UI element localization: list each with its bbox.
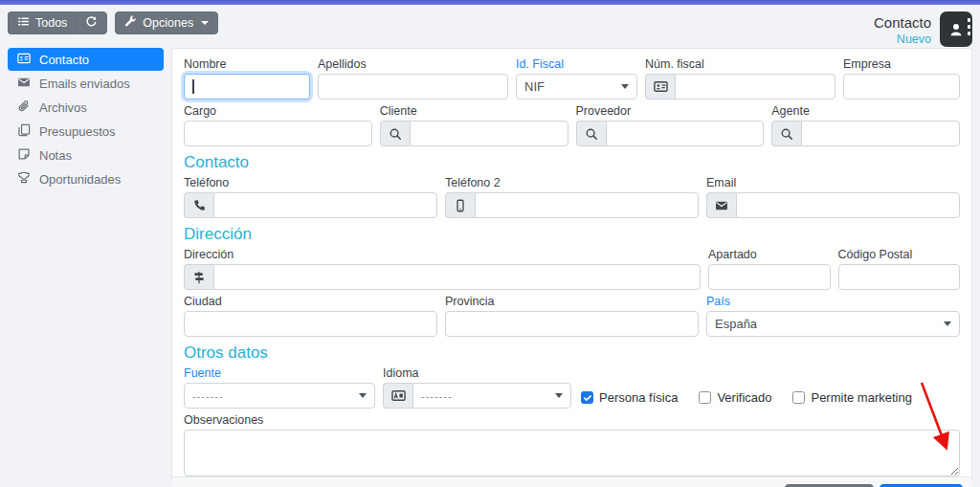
apellidos-input[interactable]: [318, 74, 508, 100]
provincia-input[interactable]: [445, 311, 699, 337]
telefono-input[interactable]: [213, 192, 437, 218]
telefono2-input[interactable]: [475, 192, 699, 218]
idioma-label: Idioma: [383, 366, 571, 380]
idioma-value: -------: [421, 390, 453, 402]
contact-form-card: Nombre Apellidos Id. Fiscal NIF: [171, 48, 972, 480]
note-icon: [17, 147, 31, 164]
todos-button[interactable]: Todos: [8, 11, 76, 34]
id-fiscal-label[interactable]: Id. Fiscal: [516, 57, 637, 71]
agente-input[interactable]: [801, 121, 960, 146]
section-title-contacto: Contacto: [184, 153, 960, 172]
id-fiscal-value: NIF: [524, 79, 545, 94]
record-header: Contacto Nuevo: [874, 11, 972, 47]
sidebar-item-notas[interactable]: Notas: [8, 144, 164, 166]
toolbar: Todos Opciones Contacto Nuevo: [0, 5, 980, 46]
cargo-input[interactable]: [184, 121, 372, 146]
verificado-checkbox[interactable]: Verificado: [699, 390, 771, 405]
codigo-postal-input[interactable]: [838, 264, 961, 290]
direccion-label: Dirección: [184, 248, 701, 261]
num-fiscal-label: Núm. fiscal: [645, 57, 835, 71]
main-layout: Contacto Emails enviados Archivos Presup…: [0, 46, 980, 480]
sidebar-item-label: Oportunidades: [39, 172, 121, 187]
wrench-icon: [124, 15, 137, 31]
id-fiscal-select[interactable]: NIF: [516, 74, 637, 100]
sidebar-item-presupuestos[interactable]: Presupuestos: [8, 120, 164, 143]
cliente-input[interactable]: [410, 121, 568, 146]
pais-select[interactable]: España: [706, 311, 960, 337]
fuente-label[interactable]: Fuente: [184, 366, 375, 380]
section-title-otros-datos: Otros datos: [184, 343, 960, 363]
empresa-label: Empresa: [843, 57, 960, 71]
sidebar-item-label: Presupuestos: [39, 124, 116, 139]
observaciones-textarea[interactable]: [184, 430, 960, 476]
sidebar-item-label: Notas: [39, 148, 72, 163]
empresa-input[interactable]: [843, 74, 960, 100]
text-cursor: [192, 79, 194, 94]
nombre-input[interactable]: [184, 74, 310, 100]
email-label: Email: [706, 176, 960, 189]
sidebar-item-emails-enviados[interactable]: Emails enviados: [8, 72, 164, 95]
fuente-select[interactable]: -------: [184, 383, 375, 409]
proveedor-label: Proveedor: [576, 104, 765, 118]
idioma-select[interactable]: -------: [412, 383, 571, 409]
todos-button-label: Todos: [35, 16, 67, 30]
observaciones-label: Observaciones: [184, 413, 960, 427]
refresh-button[interactable]: [76, 11, 107, 34]
agente-label: Agente: [771, 104, 960, 118]
apellidos-label: Apellidos: [318, 57, 508, 71]
fuente-value: -------: [192, 390, 224, 402]
telefono2-label: Teléfono 2: [445, 176, 699, 189]
trophy-icon: [17, 171, 31, 188]
form-footer: Deshacer Guardar: [172, 476, 971, 487]
language-icon: [383, 383, 412, 409]
apartado-label: Apartado: [708, 248, 831, 261]
email-input[interactable]: [736, 192, 960, 218]
pais-label[interactable]: País: [706, 295, 960, 308]
paperclip-icon: [17, 100, 31, 116]
verificado-label: Verificado: [717, 390, 771, 405]
list-icon: [17, 15, 30, 31]
copy-icon: [17, 123, 31, 140]
mobile-icon: [445, 192, 475, 218]
persona-fisica-label: Persona física: [599, 390, 678, 405]
persona-fisica-checkbox[interactable]: Persona física: [581, 390, 678, 405]
chevron-down-icon: [359, 393, 367, 398]
ciudad-label: Ciudad: [184, 295, 437, 308]
search-icon[interactable]: [771, 121, 801, 146]
search-icon[interactable]: [576, 121, 606, 146]
chevron-down-icon: [621, 84, 629, 89]
refresh-icon: [85, 15, 98, 31]
apartado-input[interactable]: [708, 264, 831, 290]
sidebar-item-archivos[interactable]: Archivos: [8, 96, 164, 119]
chevron-down-icon: [555, 393, 563, 398]
search-icon[interactable]: [380, 121, 410, 146]
envelope-icon: [17, 76, 31, 92]
sidebar-item-label: Archivos: [39, 100, 87, 115]
codigo-postal-label: Código Postal: [838, 248, 961, 261]
opciones-button[interactable]: Opciones: [115, 11, 218, 34]
id-card-icon: [645, 74, 675, 100]
sidebar-item-label: Contacto: [39, 53, 89, 67]
checkbox-checked-icon[interactable]: [581, 391, 593, 404]
sidebar-item-oportunidades[interactable]: Oportunidades: [8, 167, 164, 190]
telefono-label: Teléfono: [184, 176, 437, 189]
checkbox-unchecked-icon[interactable]: [792, 391, 805, 404]
envelope-icon: [706, 192, 736, 218]
sidebar-item-contacto[interactable]: Contacto: [8, 48, 164, 71]
section-title-direccion: Dirección: [184, 225, 960, 244]
ciudad-input[interactable]: [184, 311, 437, 337]
chevron-down-icon: [944, 321, 951, 326]
permite-marketing-checkbox[interactable]: Permite marketing: [792, 390, 911, 405]
direccion-input[interactable]: [213, 264, 701, 290]
proveedor-input[interactable]: [606, 121, 765, 146]
checkbox-unchecked-icon[interactable]: [699, 391, 711, 404]
list-button-group: Todos: [8, 11, 107, 34]
cargo-label: Cargo: [184, 104, 372, 118]
phone-icon: [184, 192, 213, 218]
opciones-button-label: Opciones: [143, 16, 193, 30]
num-fiscal-input[interactable]: [675, 74, 835, 100]
page-title: Contacto: [874, 14, 931, 33]
pais-value: España: [715, 317, 757, 331]
provincia-label: Provincia: [445, 295, 699, 308]
nombre-label: Nombre: [184, 57, 310, 71]
